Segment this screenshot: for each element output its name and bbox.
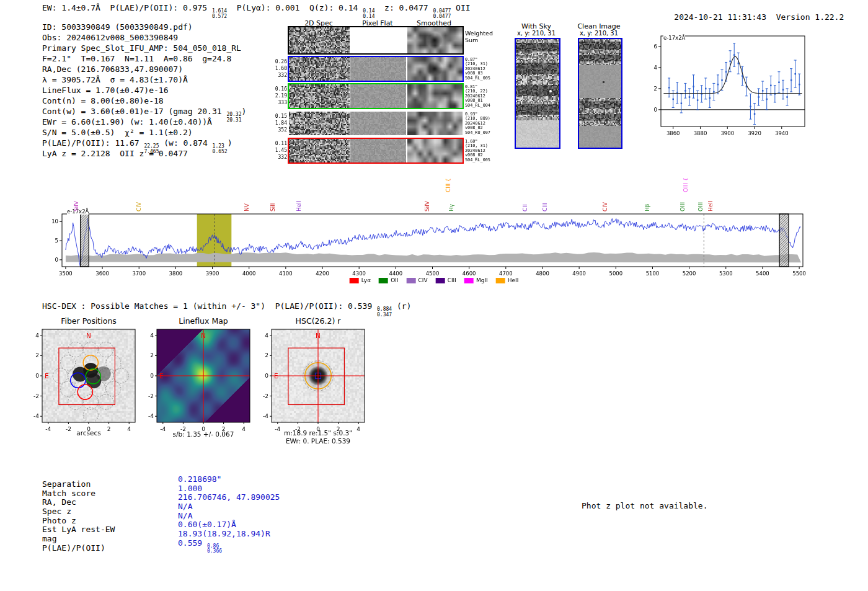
with-sky-image bbox=[515, 38, 560, 149]
spectral-line-label: SiIV bbox=[424, 201, 430, 211]
strip-left-stats: 0.261.60332 bbox=[267, 58, 287, 79]
stat-line: 0.26 bbox=[267, 58, 287, 65]
spectral-line-label: SiII bbox=[270, 203, 276, 211]
lineflux-map-title: Lineflux Map bbox=[179, 316, 228, 326]
stat-line: 0.16 bbox=[267, 86, 287, 92]
info-line: Primary Spec_Slot_IFU_AMP: 504_050_018_R… bbox=[42, 43, 246, 54]
legend-item: CIII bbox=[436, 277, 456, 283]
info-line: 504_RL_005 bbox=[465, 76, 503, 81]
spectral-line-label: HeII bbox=[296, 200, 302, 211]
spectral-line-label: Hγ bbox=[448, 204, 454, 211]
match-table-value: 0.559 0.860.366 bbox=[178, 539, 280, 548]
text-segment: Cont(n) = 8.00(±0.80)e-18 bbox=[42, 96, 164, 105]
text-segment: LineFlux = 1.70(±0.47)e-16 bbox=[42, 86, 169, 95]
stat-line: 0.11 bbox=[267, 140, 287, 147]
info-line: RA,Dec (216.706833,47.890007) bbox=[42, 64, 246, 75]
spectral-line-label: Hβ bbox=[644, 203, 650, 211]
spectral-line-label: HeII bbox=[707, 200, 714, 211]
lo-value: 0.572 bbox=[212, 14, 227, 20]
legend-item: CIV bbox=[407, 277, 428, 283]
hsc-cutout-title: HSC(26.2) r bbox=[296, 316, 341, 326]
text-segment: λ = 3905.72Å σ = 4.83(±1.70)Å bbox=[42, 75, 188, 84]
report-meta: 2024-10-21 11:31:43 Version 1.22.2 bbox=[655, 3, 844, 31]
hi-lo-values: 0.8840.347 bbox=[377, 307, 392, 318]
legend-swatch bbox=[496, 278, 505, 283]
stat-line: 2.19 bbox=[267, 92, 287, 99]
text-segment: 1.000 bbox=[178, 484, 202, 493]
info-line: Obs: 20240612v008_5003390849 bbox=[42, 33, 246, 43]
hi-lo-values: 0.140.14 bbox=[363, 9, 374, 19]
match-table-label: Separation bbox=[42, 480, 115, 489]
legend-item: MgII bbox=[464, 277, 488, 283]
timestamp: 2024-10-21 11:31:43 bbox=[674, 12, 766, 22]
text-segment: (r) bbox=[392, 301, 411, 311]
info-line: 504_RL_005 bbox=[465, 158, 503, 162]
hsc-cutout-plot bbox=[250, 326, 370, 440]
match-table-value: 1.000 bbox=[178, 484, 280, 494]
legend-label: CIII bbox=[448, 277, 456, 283]
line-fit-plot bbox=[644, 31, 808, 144]
fiber-2d-strip bbox=[289, 84, 463, 108]
stat-line: 1.84 bbox=[267, 120, 287, 127]
match-table-values: 0.218698"1.000216.706746, 47.890025N/AN/… bbox=[178, 475, 280, 548]
text-segment: (w: 0.874 bbox=[159, 138, 212, 148]
text-segment: 0.218698" bbox=[178, 474, 221, 484]
match-table-label: P(LAE)/P(OII) bbox=[42, 544, 115, 553]
match-table-label: Est LyA rest-EW bbox=[42, 525, 115, 535]
match-table-value: N/A bbox=[178, 502, 280, 512]
fit-plot-ylabel: e-17x2Å bbox=[663, 35, 685, 41]
spectral-line-label: OIII bbox=[698, 202, 704, 211]
lo-value: 0.366 bbox=[207, 549, 222, 554]
match-table-labels: SeparationMatch scoreRA, DecSpec zPhoto … bbox=[42, 480, 115, 553]
spectral-line-label: CIII { bbox=[445, 178, 451, 192]
text-segment: 216.706746, 47.890025 bbox=[178, 492, 280, 502]
spectral-line-label: NV bbox=[244, 203, 250, 211]
text-segment: P(Lyα): 0.001 Q(z): 0.14 bbox=[227, 3, 363, 12]
stat-line: 1.45 bbox=[267, 147, 287, 154]
legend-item: Lyα bbox=[350, 277, 371, 283]
fiber-2d-strip bbox=[289, 57, 463, 81]
legend-label: MgII bbox=[476, 277, 488, 283]
match-table-value: N/A bbox=[178, 512, 280, 521]
spectral-line-label: CII bbox=[522, 204, 528, 211]
match-table-label: mag bbox=[42, 535, 115, 544]
legend-label: CIV bbox=[418, 277, 428, 283]
with-sky-xy: x, y: 210, 31 bbox=[517, 30, 556, 37]
strip-left-stats: 0.151.84352 bbox=[267, 113, 287, 133]
legend-swatch bbox=[379, 278, 388, 283]
text-segment: ID: 5003390849 (5003390849.pdf) bbox=[42, 22, 193, 32]
info-line: 504_RU_097 bbox=[465, 131, 503, 135]
summary-header: EW: 1.4±0.7Å P(LAE)/P(OII): 0.975 1.6140… bbox=[42, 3, 471, 19]
spectral-line-label: CIV bbox=[602, 202, 608, 211]
spectrum-legend: LyαOIICIVCIIIMgIIHeII bbox=[350, 277, 519, 283]
match-table-label: Spec z bbox=[42, 507, 115, 517]
text-segment: S/N = 5.0(±0.5) χ² = 1.1(±0.2) bbox=[42, 128, 193, 137]
fiber-positions-plot bbox=[21, 326, 140, 440]
info-line: LineFlux = 1.70(±0.47)e-16 bbox=[42, 86, 246, 96]
lineflux-map-plot bbox=[136, 326, 255, 440]
spectral-line-label: CIV bbox=[136, 202, 142, 211]
full-spectrum-plot bbox=[46, 206, 812, 279]
strip-left-stats: 0.111.45332 bbox=[267, 140, 287, 161]
col-header-2d-spec: 2D Spec bbox=[304, 19, 333, 27]
match-table-value: 18.93(18.92,18.94)R bbox=[178, 530, 280, 539]
spectral-line-label: OIII { bbox=[683, 177, 689, 192]
fiber-xlabel: arcsecs bbox=[76, 429, 100, 437]
match-table-label: Match score bbox=[42, 489, 115, 499]
text-segment: ) bbox=[242, 107, 247, 116]
info-line: λ = 3905.72Å σ = 4.83(±1.70)Å bbox=[42, 75, 246, 86]
strip-left-stats: 0.162.19333 bbox=[267, 86, 287, 106]
spectral-line-label: CIII bbox=[542, 203, 548, 211]
hi-lo-values: 1.6140.572 bbox=[212, 9, 227, 19]
lo-value: 0.347 bbox=[377, 313, 392, 318]
text-segment: z: 0.0477 bbox=[374, 3, 433, 12]
text-segment: N/A bbox=[178, 511, 192, 520]
lo-value: 0.652 bbox=[213, 149, 228, 155]
stat-line: 333 bbox=[267, 99, 287, 106]
text-segment: Obs: 20240612v008_5003390849 bbox=[42, 33, 178, 42]
match-table-value: 216.706746, 47.890025 bbox=[178, 493, 280, 502]
info-line: P(LAE)/P(OII): 11.67 22.257.465 (w: 0.87… bbox=[42, 138, 246, 149]
info-line: EWr = 6.60(±1.90) (w: 1.40(±0.40))Å bbox=[42, 117, 246, 128]
hsc-caption-2: EWr: 0. PLAE: 0.539 bbox=[286, 437, 350, 445]
match-table-label: Photo z bbox=[42, 517, 115, 526]
